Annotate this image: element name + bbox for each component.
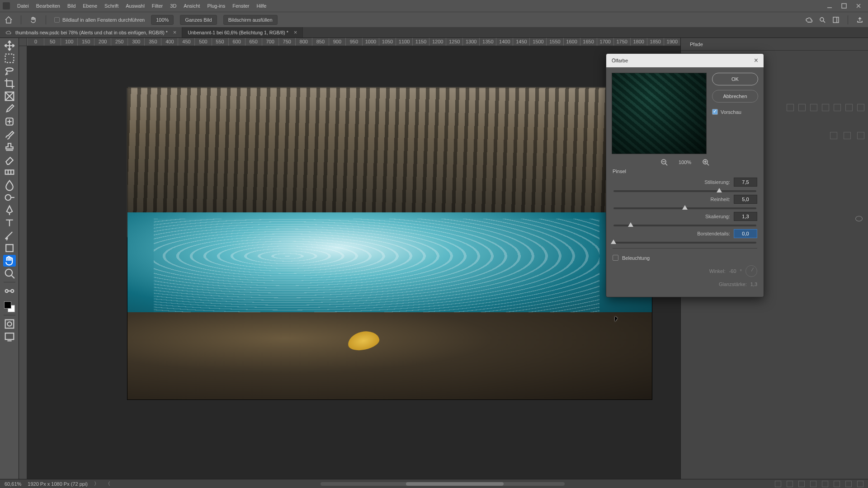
dodge-tool[interactable] <box>3 192 16 203</box>
status-docinfo[interactable]: 1920 Px x 1080 Px (72 ppi) <box>28 481 88 487</box>
param-slider[interactable] <box>613 207 756 209</box>
slider-thumb-icon[interactable] <box>611 239 616 244</box>
filter-icon[interactable] <box>845 104 853 111</box>
param-slider[interactable] <box>613 242 756 244</box>
menu-item[interactable]: Ebene <box>79 1 101 10</box>
frame-tool[interactable] <box>3 90 16 102</box>
screenmode-icon[interactable] <box>3 331 16 343</box>
menu-item[interactable]: Ansicht <box>180 1 203 10</box>
filter-icon[interactable] <box>822 104 829 111</box>
footer-icon[interactable] <box>834 481 840 487</box>
footer-icon[interactable] <box>857 481 863 487</box>
color-swatches[interactable] <box>4 301 15 312</box>
param-value-input[interactable]: 0,0 <box>734 229 757 238</box>
ruler-vertical[interactable] <box>19 46 27 479</box>
lighting-checkbox[interactable]: Beleuchtung <box>613 255 757 261</box>
cloud-status-icon[interactable] <box>805 16 812 23</box>
window-maximize-icon[interactable] <box>841 3 847 9</box>
slider-thumb-icon[interactable] <box>682 205 688 210</box>
foreground-color-swatch[interactable] <box>4 301 11 309</box>
type-tool[interactable] <box>3 217 16 229</box>
lasso-tool[interactable] <box>3 65 16 77</box>
ruler-horizontal[interactable]: 0501001502002503003504004505005506006507… <box>27 38 680 46</box>
zoom-100-button[interactable]: 100% <box>151 15 174 25</box>
path-tool[interactable] <box>3 230 16 241</box>
slider-thumb-icon[interactable] <box>628 222 633 227</box>
zoom-tool[interactable] <box>3 267 16 279</box>
fit-screen-button[interactable]: Ganzes Bild <box>180 15 217 25</box>
home-icon[interactable] <box>5 16 13 24</box>
filter-icon[interactable] <box>798 104 806 111</box>
fill-screen-button[interactable]: Bildschirm ausfüllen <box>223 15 278 25</box>
tab-close-icon[interactable]: × <box>294 29 297 36</box>
menu-item[interactable]: Datei <box>14 1 33 10</box>
heal-tool[interactable] <box>3 116 16 127</box>
tab-close-icon[interactable]: × <box>173 29 177 36</box>
crop-tool[interactable] <box>3 78 16 89</box>
dialog-titlebar[interactable]: Ölfarbe × <box>606 54 764 67</box>
menu-item[interactable]: Auswahl <box>122 1 148 10</box>
stamp-tool[interactable] <box>3 141 16 153</box>
footer-icon[interactable] <box>798 481 805 487</box>
document-tab[interactable]: thumbnails new.psdc bei 78% (Alerts und … <box>0 27 182 38</box>
quickmask-icon[interactable] <box>3 318 16 330</box>
shine-value-input[interactable]: 1,3 <box>750 282 757 287</box>
workspace-icon[interactable] <box>832 16 840 23</box>
menu-item[interactable]: Schrift <box>101 1 122 10</box>
footer-icon[interactable] <box>822 481 828 487</box>
edit-toggle-icon[interactable] <box>3 285 16 297</box>
panel-tab-paths[interactable]: Pfade <box>685 40 708 49</box>
param-slider[interactable] <box>613 225 756 226</box>
param-value-input[interactable]: 1,3 <box>734 212 757 221</box>
preview-checkbox[interactable]: Vorschau <box>712 109 758 115</box>
footer-icon[interactable] <box>787 481 793 487</box>
angle-value-input[interactable]: -60 <box>729 268 736 274</box>
menu-item[interactable]: Filter <box>148 1 166 10</box>
param-value-input[interactable]: 5,0 <box>734 195 757 204</box>
menu-item[interactable]: Bild <box>64 1 79 10</box>
gradient-tool[interactable] <box>3 166 16 178</box>
eraser-tool[interactable] <box>3 154 16 165</box>
ok-button[interactable]: OK <box>712 73 758 85</box>
lock-icon[interactable] <box>830 132 837 139</box>
share-icon[interactable] <box>856 16 863 23</box>
dialog-preview[interactable] <box>612 73 707 154</box>
footer-icon[interactable] <box>775 481 781 487</box>
zoom-out-icon[interactable] <box>660 159 668 166</box>
document-tab[interactable]: Unbenannt-1 bei 60,6% (Belichtung 1, RGB… <box>182 27 303 38</box>
window-minimize-icon[interactable] <box>826 3 833 9</box>
search-icon[interactable] <box>819 16 826 23</box>
chevron-left-icon[interactable]: 〈 <box>105 480 110 487</box>
eyedropper-tool[interactable] <box>3 103 16 115</box>
filter-icon[interactable] <box>834 104 841 111</box>
window-close-icon[interactable] <box>855 3 862 9</box>
chevron-right-icon[interactable]: 〉 <box>94 480 99 487</box>
scroll-all-windows-checkbox[interactable]: Bildlauf in allen Fenstern durchführen <box>54 17 145 23</box>
menu-item[interactable]: Fenster <box>229 1 253 10</box>
hand-tool[interactable] <box>3 255 16 267</box>
status-zoom[interactable]: 60,61% <box>5 481 21 487</box>
pen-tool[interactable] <box>3 204 16 216</box>
dialog-close-icon[interactable]: × <box>754 56 758 65</box>
filter-icon[interactable] <box>857 104 864 111</box>
param-slider[interactable] <box>613 190 756 192</box>
cancel-button[interactable]: Abbrechen <box>712 90 758 103</box>
menu-item[interactable]: Hilfe <box>253 1 270 10</box>
menu-item[interactable]: 3D <box>166 1 180 10</box>
lock-icon[interactable] <box>844 132 851 139</box>
shape-tool[interactable] <box>3 242 16 254</box>
filter-icon[interactable] <box>810 104 817 111</box>
marquee-tool[interactable] <box>3 52 16 64</box>
zoom-in-icon[interactable] <box>702 159 709 166</box>
horizontal-scrollbar[interactable] <box>321 482 565 486</box>
lock-icon[interactable] <box>857 132 864 139</box>
hand-tool-icon[interactable] <box>29 16 38 24</box>
footer-icon[interactable] <box>845 481 852 487</box>
blur-tool[interactable] <box>3 179 16 191</box>
ruler-origin[interactable] <box>19 38 27 46</box>
filter-icon[interactable] <box>787 104 794 111</box>
param-value-input[interactable]: 7,5 <box>734 178 757 187</box>
angle-wheel[interactable] <box>745 265 757 277</box>
menu-item[interactable]: Plug-ins <box>203 1 229 10</box>
visibility-eye-icon[interactable] <box>855 216 863 221</box>
